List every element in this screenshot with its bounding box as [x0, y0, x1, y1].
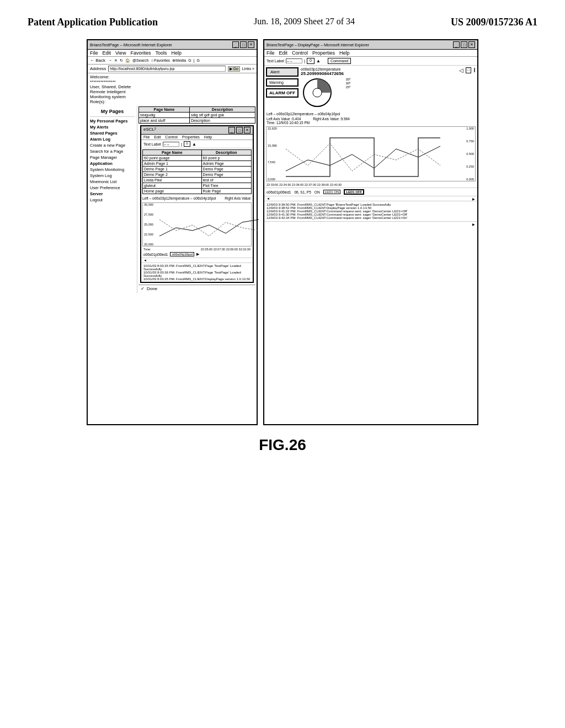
time-range-left: 22:05:00 22:07:30 22:09:00 32:10:30 [201, 248, 250, 251]
escl-menu-control[interactable]: Control [165, 135, 178, 139]
sidebar-my-personal[interactable]: My Personal Pages [90, 118, 135, 124]
text-label-label: Text Label [143, 142, 161, 146]
r-text-label: Text Label [266, 59, 284, 63]
refresh-btn[interactable]: ↻ [120, 58, 123, 63]
r-menu-properties[interactable]: Properties [312, 50, 335, 56]
escl-min[interactable]: _ [228, 127, 235, 133]
r-menu-control[interactable]: Control [292, 50, 308, 56]
nav-box: □ [466, 67, 471, 73]
right-window-controls: _ □ ✕ [453, 41, 475, 48]
cell2-p5[interactable]: Linda Pike [143, 178, 202, 183]
menu-help[interactable]: Help [171, 50, 182, 56]
sidebar-application[interactable]: Application [90, 160, 135, 167]
sidebar-my-alerts[interactable]: My Alerts [90, 124, 135, 130]
cell2-p3[interactable]: Demo Page 1 [143, 167, 202, 172]
table-row: Admin Page 1 Admin Page [143, 161, 252, 167]
led1-off-badge: LED1 OFF [344, 189, 364, 195]
sensor-value-area: o08s03p12temperature 25.209999084472656 … [301, 67, 457, 109]
stop-btn[interactable]: ✕ [114, 58, 118, 63]
sidebar-search[interactable]: Search for a Page [90, 148, 135, 154]
cell2-p4[interactable]: Demo Page 2 [143, 172, 202, 178]
address-input[interactable] [108, 66, 225, 72]
command-label: Command [328, 58, 351, 64]
user-info: User, Shared, Delete [90, 84, 131, 89]
sidebar-system-monitoring[interactable]: System Monitoring [90, 167, 135, 173]
menu-view[interactable]: View [115, 50, 126, 56]
left-log-area: 10/31/03 8:03:35 PM: FromRMS_CLIENT:Page… [141, 263, 253, 282]
sidebar-create[interactable]: Create a new Page [90, 142, 135, 148]
go-button[interactable]: ▶ Go [228, 66, 240, 72]
right-content-panel: Page Name Description sisigudig sdig stf… [137, 105, 257, 293]
col2-page-name: Page Name [143, 150, 202, 156]
right-axis-val: Right Axis Value :9.964 [313, 117, 350, 121]
r-menu-file[interactable]: File [266, 50, 275, 56]
back-btn[interactable]: ← Back [90, 58, 105, 63]
r-minimize-btn[interactable]: _ [453, 41, 460, 48]
escl-max[interactable]: □ [236, 127, 243, 133]
forward-btn[interactable]: → [108, 58, 112, 63]
escl-menu-help[interactable]: Help [204, 135, 212, 139]
sidebar-server[interactable]: Server [90, 191, 135, 197]
sidebar-mnemonic[interactable]: Mnemonic List [90, 179, 135, 185]
right-right-y-axis: 1.000 0.750 0.500 0.250 0.000 [466, 127, 474, 181]
r-right-arrow: ▶ [472, 197, 475, 201]
text-label-input[interactable] [163, 142, 179, 147]
log-entry-1: 10/31/03 8:03:35 PM: FromRMS_CLIENT:Page… [143, 264, 250, 271]
r-menu-help[interactable]: Help [339, 50, 350, 56]
table-row: 60 point guage 60 point p [143, 156, 252, 161]
sidebar-user-pref[interactable]: User Preference [90, 185, 135, 191]
menu-favorites[interactable]: Favorites [130, 50, 151, 56]
r-menu-edit[interactable]: Edit [279, 50, 288, 56]
menu-edit[interactable]: Edit [103, 50, 111, 56]
maximize-btn[interactable]: □ [240, 41, 247, 48]
cell-page-1[interactable]: sisigudig [139, 113, 190, 118]
led-s1p5: 06, S1, P5 [294, 190, 311, 194]
home-btn[interactable]: 🏠 [125, 58, 130, 63]
cell2-d4: Demo Page [201, 172, 251, 178]
alert-button[interactable]: Alert [266, 67, 299, 77]
left-toolbar: ← Back → ✕ ↻ 🏠 @Search ☆Favorites ⊕Media… [88, 57, 257, 65]
cell2-p6[interactable]: gluteut [143, 183, 202, 189]
menu-tools[interactable]: Tools [155, 50, 167, 56]
search-btn[interactable]: @Search [132, 58, 148, 62]
address-label: Address [90, 66, 106, 71]
cell-page-2[interactable]: place and stuff [139, 118, 190, 124]
left-y-axis: 30,000 27,500 25,000 22,500 20,000 [144, 203, 153, 246]
led-row-value: o06s04p16pol [170, 252, 194, 256]
close-btn[interactable]: ✕ [248, 41, 254, 48]
sidebar-logout[interactable]: Logout [90, 197, 135, 203]
r-close-btn[interactable]: ✕ [468, 41, 475, 48]
menu-file[interactable]: File [90, 50, 98, 56]
escl-menu-properties[interactable]: Properties [182, 135, 200, 139]
sidebar-system-log[interactable]: System Log [90, 173, 135, 179]
led-row-label2: o06s01p06led1 [266, 190, 291, 194]
left-title-bar: BriansTestPage – Microsoft Internet Expl… [88, 40, 257, 50]
r-text-label-input[interactable] [286, 58, 302, 63]
role-label: Role(s): [90, 99, 105, 104]
sidebar-page-manager[interactable]: Page Manager [90, 154, 135, 160]
col2-description: Description [201, 150, 251, 156]
nav-left[interactable]: ◁ [459, 67, 463, 73]
cell2-p1[interactable]: 60 point guage [143, 156, 202, 161]
cell2-d2: Admin Page [201, 161, 251, 167]
sidebar-alarm-log[interactable]: Alarm Log [90, 136, 135, 142]
warning-badge: Warning [266, 78, 299, 87]
escl-menu-edit[interactable]: Edit [154, 135, 161, 139]
escl-window: eSCL² _ □ ✕ File Edit Control Properties [140, 125, 254, 283]
cell2-p7[interactable]: Home page [143, 189, 202, 194]
favorites-btn[interactable]: ☆Favorites [151, 58, 170, 63]
cell2-p2[interactable]: Admin Page 1 [143, 161, 202, 167]
sidebar-shared[interactable]: Shared Pages [90, 130, 135, 136]
nav-right[interactable]: ‖ [473, 67, 476, 73]
escl-close[interactable]: ✕ [244, 127, 250, 133]
escl-menu-file[interactable]: File [143, 135, 150, 139]
r-triangle: ▲ [316, 58, 321, 63]
minimize-btn[interactable]: _ [232, 41, 239, 48]
axis-info-bar: Left – o06s03p12temperature – o06s04p16p… [264, 111, 477, 117]
r-maximize-btn[interactable]: □ [461, 41, 467, 48]
media-btn[interactable]: ⊕Media [172, 58, 186, 63]
r-time-range: 22:33:00 22:34:30 22:36:00 22:37:30 22:3… [266, 183, 342, 186]
chart-axis-label: Left – o06s03p12temperature – o06s04p16p… [142, 196, 216, 200]
axis-values-bar: Left Axis Value :0.404 Right Axis Value … [264, 117, 477, 121]
publication-title: Patent Application Publication [28, 17, 158, 28]
